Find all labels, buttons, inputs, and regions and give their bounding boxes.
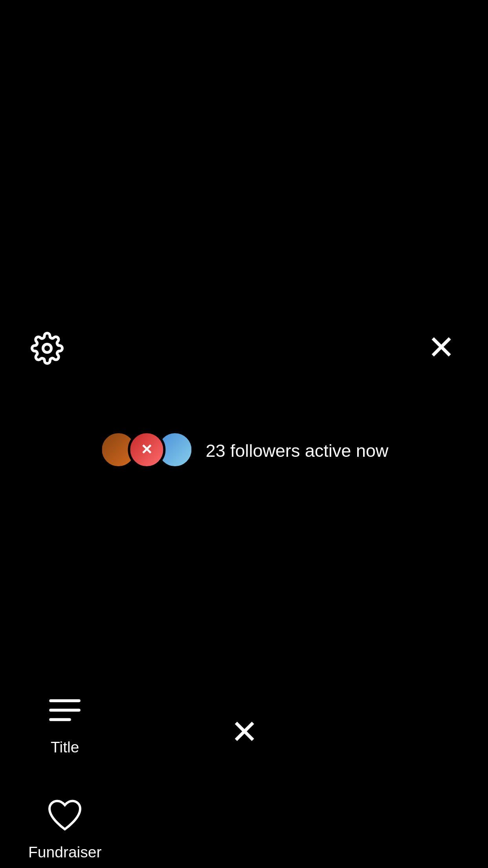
followers-bar: 23 followers active now (99, 431, 388, 469)
followers-avatars (99, 431, 194, 469)
title-icon (44, 689, 86, 731)
fundraiser-label: Fundraiser (28, 843, 101, 861)
title-label: Title (51, 738, 79, 756)
camera-screen: ✕ 23 followers active now Title (0, 289, 488, 868)
top-bar: ✕ (0, 289, 488, 384)
settings-icon[interactable] (28, 329, 66, 367)
center-dismiss-button[interactable]: ✕ (220, 708, 268, 755)
svg-point-0 (43, 344, 51, 353)
fundraiser-button[interactable]: Fundraiser (28, 794, 101, 861)
close-button[interactable]: ✕ (422, 329, 460, 367)
title-button[interactable]: Title (28, 689, 101, 756)
left-toolbar: Title Fundraiser (28, 689, 101, 861)
heart-icon (44, 794, 86, 836)
avatar-2 (128, 431, 165, 469)
followers-count-text: 23 followers active now (205, 440, 388, 460)
